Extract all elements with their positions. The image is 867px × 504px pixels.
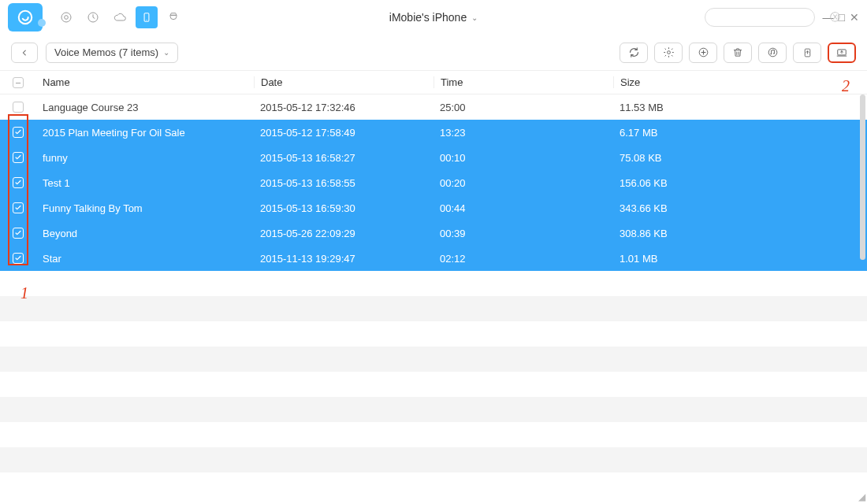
row-checkbox[interactable] — [13, 152, 24, 163]
cell-name: funny — [36, 152, 254, 164]
cell-time: 02:12 — [434, 253, 613, 265]
table-row[interactable]: Test 12015-05-13 16:58:5500:20156.06 KB — [0, 170, 867, 195]
cell-size: 11.53 MB — [613, 102, 867, 113]
app-logo — [8, 3, 43, 32]
row-checkbox[interactable] — [13, 102, 24, 113]
column-header-date[interactable]: Date — [254, 76, 434, 88]
close-button[interactable]: ✕ — [850, 11, 859, 24]
header-checkbox-cell: – — [0, 77, 36, 88]
clear-search-icon[interactable]: ⓧ — [830, 10, 840, 24]
column-header-size[interactable]: Size — [613, 76, 867, 88]
svg-point-2 — [65, 16, 69, 20]
row-checkbox-cell — [0, 102, 36, 113]
topbar: iMobie's iPhone ⌄ ⓧ — □ ✕ — [0, 0, 867, 35]
cell-time: 00:39 — [434, 228, 613, 239]
table-row[interactable]: Beyond2015-05-26 22:09:2900:39308.86 KB — [0, 220, 867, 246]
blank-row — [0, 422, 867, 447]
svg-point-5 — [146, 20, 147, 20]
chevron-down-icon: ⌄ — [163, 48, 169, 57]
nav-cloud-icon[interactable] — [109, 6, 131, 28]
to-device-button[interactable] — [793, 43, 821, 63]
cell-time: 00:44 — [434, 202, 613, 214]
cell-date: 2015-05-26 22:09:29 — [254, 228, 434, 239]
cell-date: 2015-11-13 19:29:47 — [254, 253, 434, 265]
cell-size: 6.17 MB — [613, 127, 867, 139]
blank-row — [0, 296, 867, 321]
cell-time: 13:23 — [434, 127, 613, 139]
scrollbar[interactable] — [860, 94, 865, 260]
row-checkbox[interactable] — [13, 177, 24, 188]
device-title[interactable]: iMobie's iPhone ⌄ — [389, 11, 478, 24]
blank-row — [0, 346, 867, 372]
cell-size: 1.01 MB — [613, 253, 867, 265]
cell-name: 2015 Plan Meeting For Oil Sale — [36, 127, 254, 139]
cell-date: 2015-05-13 16:59:30 — [254, 202, 434, 214]
table-row[interactable]: Language Course 232015-05-12 17:32:4625:… — [0, 94, 867, 120]
svg-point-1 — [61, 13, 71, 22]
nav-audio-icon[interactable] — [55, 6, 77, 28]
cell-date: 2015-05-13 16:58:27 — [254, 152, 434, 164]
chevron-down-icon: ⌄ — [471, 13, 478, 22]
table-row[interactable]: Funny Talking By Tom2015-05-13 16:59:300… — [0, 195, 867, 220]
to-itunes-button[interactable] — [758, 43, 787, 63]
table-body: Language Course 232015-05-12 17:32:4625:… — [0, 94, 867, 498]
annotation-2: 2 — [842, 77, 850, 95]
app-window: iMobie's iPhone ⌄ ⓧ — □ ✕ Voice Memos (7… — [0, 0, 867, 504]
row-checkbox[interactable] — [13, 202, 24, 213]
cell-size: 75.08 KB — [613, 152, 867, 164]
row-checkbox-cell — [0, 253, 36, 264]
blank-row — [0, 372, 867, 397]
search-input[interactable] — [712, 12, 830, 23]
nav-apps-icon[interactable] — [162, 6, 184, 28]
row-checkbox[interactable] — [13, 228, 24, 239]
delete-button[interactable] — [724, 43, 752, 63]
add-button[interactable] — [689, 43, 717, 63]
svg-point-0 — [19, 11, 32, 24]
nav-device-icon[interactable] — [136, 6, 158, 28]
row-checkbox-cell — [0, 228, 36, 239]
breadcrumb-label: Voice Memos (7 items) — [54, 46, 158, 58]
nav-clock-icon[interactable] — [82, 6, 104, 28]
cell-name: Star — [36, 253, 254, 265]
row-checkbox-cell — [0, 202, 36, 213]
svg-point-10 — [770, 54, 772, 55]
cell-size: 308.86 KB — [613, 228, 867, 239]
cell-date: 2015-05-13 16:58:55 — [254, 177, 434, 189]
blank-row — [0, 397, 867, 422]
svg-point-7 — [667, 51, 670, 54]
table-row[interactable]: funny2015-05-13 16:58:2700:1075.08 KB — [0, 145, 867, 170]
row-checkbox-cell — [0, 127, 36, 138]
table-row[interactable]: Star2015-11-13 19:29:4702:121.01 MB — [0, 246, 867, 271]
device-title-label: iMobie's iPhone — [389, 11, 467, 24]
svg-point-9 — [768, 48, 777, 57]
column-header-name[interactable]: Name — [36, 76, 254, 88]
blank-area — [0, 271, 867, 498]
cell-name: Funny Talking By Tom — [36, 202, 254, 214]
settings-button[interactable] — [654, 43, 683, 63]
cell-time: 00:10 — [434, 152, 613, 164]
cell-name: Test 1 — [36, 177, 254, 189]
blank-row — [0, 321, 867, 346]
topbar-right: ⓧ — □ ✕ — [705, 8, 859, 27]
table-row[interactable]: 2015 Plan Meeting For Oil Sale2015-05-12… — [0, 120, 867, 145]
row-checkbox[interactable] — [13, 127, 24, 138]
select-all-checkbox[interactable]: – — [13, 77, 24, 88]
cell-time: 00:20 — [434, 177, 613, 189]
refresh-button[interactable] — [620, 43, 648, 63]
blank-row — [0, 472, 867, 498]
cell-name: Language Course 23 — [36, 102, 254, 113]
to-computer-button[interactable] — [828, 43, 856, 63]
table-header: – Name Date Time Size — [0, 71, 867, 94]
breadcrumb[interactable]: Voice Memos (7 items) ⌄ — [46, 43, 178, 63]
cell-date: 2015-05-12 17:32:46 — [254, 102, 434, 113]
column-header-time[interactable]: Time — [434, 76, 613, 88]
toolbar-actions — [620, 43, 856, 63]
nav-icons — [55, 6, 184, 28]
annotation-1: 1 — [20, 284, 28, 302]
back-button[interactable] — [11, 43, 38, 63]
row-checkbox-cell — [0, 177, 36, 188]
search-box[interactable]: ⓧ — [705, 8, 815, 27]
row-checkbox[interactable] — [13, 253, 24, 264]
cell-size: 343.66 KB — [613, 202, 867, 214]
blank-row — [0, 447, 867, 472]
